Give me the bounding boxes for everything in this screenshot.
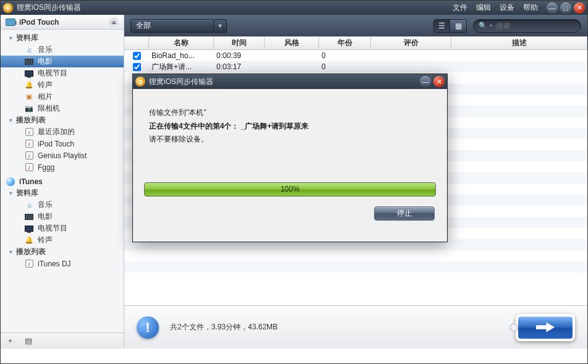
progress-percent: 100% xyxy=(145,183,435,196)
eject-button[interactable]: ⏏ xyxy=(109,17,119,27)
movie-icon xyxy=(24,57,34,66)
col-check[interactable] xyxy=(124,36,149,49)
menu-help[interactable]: 帮助 xyxy=(523,2,538,13)
stop-button[interactable]: 停止 xyxy=(374,206,435,221)
cell-time: 0:00:39 xyxy=(214,51,265,60)
info-icon: ! xyxy=(137,316,159,339)
sidebar-item-photos[interactable]: ▣相片 xyxy=(1,91,124,103)
col-name[interactable]: 名称 xyxy=(149,36,214,49)
search-dropdown-icon[interactable]: ▾ xyxy=(490,23,492,28)
device-name: iPod Touch xyxy=(19,18,109,27)
bell-icon: 🔔 xyxy=(24,236,34,245)
minimize-button[interactable]: — xyxy=(547,2,558,14)
app-window: ✿ 狸窝iOS同步传输器 文件 编辑 设备 帮助 — □ ✕ iPod Touc… xyxy=(0,0,588,364)
dialog-close-button[interactable]: ✕ xyxy=(433,76,445,87)
playlist-icon: ♪ xyxy=(24,128,34,137)
twisty-icon: ▼ xyxy=(8,190,14,197)
sidebar-itunes-root[interactable]: iTunes xyxy=(1,176,124,187)
dialog-title: 狸窝iOS同步传输器 xyxy=(149,77,420,87)
col-style[interactable]: 风格 xyxy=(265,36,319,49)
sidebar-statusbar: + ▤ xyxy=(1,332,124,349)
window-controls: — □ ✕ xyxy=(547,2,585,14)
section-playlists[interactable]: ▼播放列表 xyxy=(1,114,124,126)
cell-time: 0:03:17 xyxy=(214,62,265,71)
filter-control: 全部 ▼ xyxy=(130,19,227,33)
sidebar: iPod Touch ⏏ ▼资料库 ♫音乐 电影 电视节目 🔔铃声 ▣相片 📷限… xyxy=(1,15,124,349)
sidebar-device-header[interactable]: iPod Touch ⏏ xyxy=(1,15,124,30)
sidebar-item-music[interactable]: ♫音乐 xyxy=(1,44,124,56)
cell-year: 0 xyxy=(319,62,371,71)
transfer-dialog: ✿ 狸窝iOS同步传输器 — ✕ 传输文件到"本机" 正在传输4文件中的第4个：… xyxy=(132,74,448,242)
add-button[interactable]: + xyxy=(8,337,12,345)
dialog-body: 传输文件到"本机" 正在传输4文件中的第4个： _广场舞+请到草原来 请不要移除… xyxy=(133,89,447,154)
cell-year: 0 xyxy=(319,51,371,60)
menu-device[interactable]: 设备 xyxy=(500,2,514,13)
photo-icon: ▣ xyxy=(24,93,34,101)
sidebar-tree: ▼资料库 ♫音乐 电影 电视节目 🔔铃声 ▣相片 📷限相机 ▼播放列表 ♪最近添… xyxy=(1,30,124,332)
section-library[interactable]: ▼资料库 xyxy=(1,32,124,44)
sidebar-item-it-movies[interactable]: 电影 xyxy=(1,211,124,222)
col-desc[interactable]: 描述 xyxy=(451,36,587,49)
playlist-icon: ♪ xyxy=(24,260,34,268)
filter-dropdown[interactable]: 全部 xyxy=(130,19,214,33)
tv-icon xyxy=(24,224,34,233)
table-row[interactable]: 广场舞+请... 0:03:17 0 xyxy=(124,61,587,72)
menu-bar: 文件 编辑 设备 帮助 xyxy=(453,2,538,13)
sidebar-item-it-tv[interactable]: 电视节目 xyxy=(1,222,124,234)
sidebar-item-tv[interactable]: 电视节目 xyxy=(1,67,124,79)
section-itunes-playlists[interactable]: ▼播放列表 xyxy=(1,246,124,258)
filter-dropdown-arrow[interactable]: ▼ xyxy=(213,19,227,33)
close-button[interactable]: ✕ xyxy=(574,2,585,14)
row-checkbox[interactable] xyxy=(133,52,141,60)
section-itunes-library[interactable]: ▼资料库 xyxy=(1,187,124,199)
twisty-icon: ▼ xyxy=(8,117,14,124)
search-box[interactable]: 🔍 ▾ xyxy=(473,19,581,33)
col-rate[interactable]: 评价 xyxy=(371,36,451,49)
table-header: 名称 时间 风格 年份 评价 描述 xyxy=(124,36,587,50)
itunes-icon xyxy=(6,177,15,186)
playlist-view-button[interactable]: ▤ xyxy=(25,336,32,345)
transfer-warning-text: 请不要移除设备。 xyxy=(149,133,435,146)
sidebar-item-it-ringtones[interactable]: 🔔铃声 xyxy=(1,234,124,246)
dialog-minimize-button[interactable]: — xyxy=(420,76,431,87)
twisty-icon: ▼ xyxy=(8,35,14,41)
maximize-button[interactable]: □ xyxy=(560,2,571,14)
cell-name: 广场舞+请... xyxy=(149,62,214,72)
sidebar-item-recent[interactable]: ♪最近添加的 xyxy=(1,126,124,138)
sidebar-item-genius[interactable]: ♪Genius Playlist xyxy=(1,150,124,161)
device-icon xyxy=(6,19,15,26)
cell-name: BioRad_ho... xyxy=(149,51,214,60)
sidebar-item-ringtones[interactable]: 🔔铃声 xyxy=(1,79,124,91)
search-input[interactable] xyxy=(496,22,588,30)
sidebar-item-itunesdj[interactable]: ♪iTunes DJ xyxy=(1,258,124,269)
view-grid-button[interactable]: ▦ xyxy=(450,20,466,32)
camera-icon: 📷 xyxy=(24,104,34,113)
transfer-button[interactable] xyxy=(516,314,575,341)
sidebar-item-ipodtouch-pl[interactable]: ♪iPod Touch xyxy=(1,138,124,150)
sidebar-item-it-music[interactable]: ♫音乐 xyxy=(1,199,124,211)
view-list-button[interactable]: ☰ xyxy=(434,20,450,32)
row-checkbox[interactable] xyxy=(133,63,141,71)
movie-icon xyxy=(24,213,34,221)
col-year[interactable]: 年份 xyxy=(319,36,371,49)
col-time[interactable]: 时间 xyxy=(214,36,265,49)
menu-edit[interactable]: 编辑 xyxy=(476,2,491,13)
sidebar-item-camera[interactable]: 📷限相机 xyxy=(1,103,124,114)
dialog-footer: 停止 xyxy=(133,197,447,221)
titlebar: ✿ 狸窝iOS同步传输器 文件 编辑 设备 帮助 — □ ✕ xyxy=(1,1,587,15)
table-row[interactable]: BioRad_ho... 0:00:39 0 xyxy=(124,50,587,61)
footer-summary: 共2个文件，3.93分钟，43.62MB xyxy=(170,322,505,332)
app-logo-icon: ✿ xyxy=(135,77,145,87)
dialog-titlebar: ✿ 狸窝iOS同步传输器 — ✕ xyxy=(133,74,447,89)
sidebar-item-movies[interactable]: 电影 xyxy=(1,56,124,67)
progress-bar: 100% xyxy=(144,182,436,197)
toolbar: 全部 ▼ ☰ ▦ 🔍 ▾ xyxy=(124,15,587,36)
footer: ! 共2个文件，3.93分钟，43.62MB xyxy=(124,305,587,349)
playlist-icon: ♪ xyxy=(24,163,34,172)
empty-row xyxy=(124,250,587,261)
playlist-icon: ♪ xyxy=(24,140,34,148)
transfer-status-text: 正在传输4文件中的第4个： _广场舞+请到草原来 xyxy=(149,120,435,133)
app-logo-icon: ✿ xyxy=(3,3,13,13)
sidebar-item-fggg[interactable]: ♪Fggg xyxy=(1,161,124,173)
menu-file[interactable]: 文件 xyxy=(453,2,467,13)
